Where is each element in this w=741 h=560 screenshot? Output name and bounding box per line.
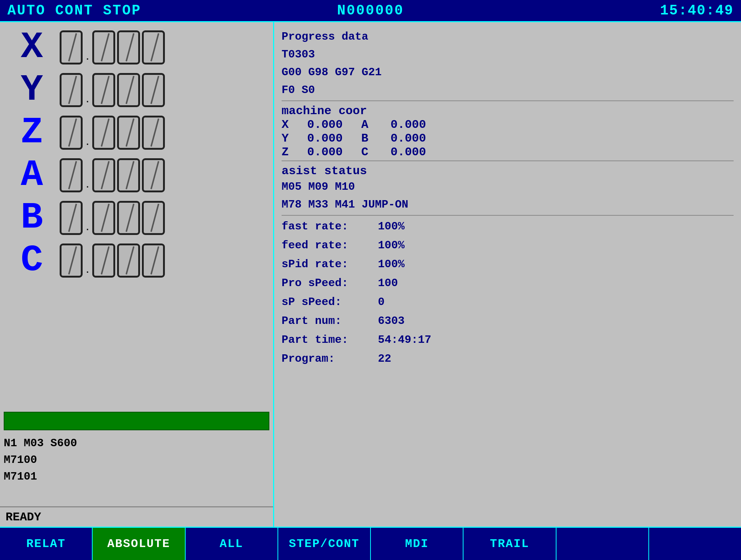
m-codes-1: M05 M09 M10 <box>282 178 734 196</box>
coord-row-x: X 0.000 A 0.000 <box>282 118 734 132</box>
tab-mdi[interactable]: MDI <box>371 528 463 560</box>
axis-row-x: X . <box>0 26 273 69</box>
asist-status-label: asist status <box>282 164 734 178</box>
divider-3 <box>282 215 734 216</box>
clock-display: 15:40:49 <box>660 3 734 19</box>
digit <box>60 201 83 235</box>
progress-bar <box>4 412 269 430</box>
gcode-line-1: N1 M03 S600 <box>4 435 269 452</box>
axis-row-b: B . <box>0 196 273 239</box>
right-panel: Progress data T0303 G00 G98 G97 G21 F0 S… <box>274 22 741 527</box>
coord-value-x: 0.000 <box>298 118 343 132</box>
digit <box>92 243 115 278</box>
spid-rate-label: sPid rate: <box>282 255 378 274</box>
digit <box>142 243 165 278</box>
pro-speed-row: Pro sPeed: 100 <box>282 274 734 293</box>
digit <box>117 73 140 107</box>
bottom-tab-bar: RELATABSOLUTEALLSTEP/CONTMDITRAIL <box>0 527 741 560</box>
left-panel: X . Y <box>0 22 274 527</box>
coord-value-b: 0.000 <box>382 132 426 145</box>
progress-data-title: Progress data <box>282 28 734 46</box>
tab-trail[interactable]: TRAIL <box>463 528 556 560</box>
digit <box>92 30 115 64</box>
axis-label-x: X <box>21 29 54 66</box>
axis-label-y: Y <box>21 72 54 109</box>
axis-display-x: . <box>60 30 165 64</box>
digit <box>92 116 115 150</box>
coord-label-x: X <box>282 118 298 132</box>
coord-value-c: 0.000 <box>382 145 426 159</box>
tab-all[interactable]: ALL <box>186 528 278 560</box>
ready-bar: READY <box>0 506 273 527</box>
spid-rate-row: sPid rate: 100% <box>282 255 734 274</box>
axis-label-z: Z <box>21 114 54 151</box>
main-area: X . Y <box>0 22 741 527</box>
axis-row-c: C . <box>0 239 273 282</box>
program-row: Program: 22 <box>282 349 734 368</box>
tab-relat[interactable]: RELAT <box>0 528 93 560</box>
sp-speed-value: 0 <box>378 293 385 312</box>
digit <box>142 158 165 192</box>
coord-row-y: Y 0.000 B 0.000 <box>282 132 734 145</box>
feed-rate-label: feed rate: <box>282 236 378 255</box>
part-time-row: Part time: 54:49:17 <box>282 331 734 349</box>
digit <box>60 30 83 64</box>
part-num-row: Part num: 6303 <box>282 312 734 331</box>
gcode-area: N1 M03 S600 M7100 M7101 <box>0 432 273 506</box>
digit <box>60 158 83 192</box>
digit <box>117 201 140 235</box>
axis-display-y: . <box>60 73 165 107</box>
axis-circle-x <box>4 41 17 54</box>
axis-label-b: B <box>21 199 54 236</box>
digit <box>92 73 115 107</box>
axis-circle-y <box>4 83 17 97</box>
coord-label-y: Y <box>282 132 298 145</box>
coord-value-a: 0.000 <box>382 118 426 132</box>
part-time-value: 54:49:17 <box>378 331 431 349</box>
axis-circle-z <box>4 126 17 139</box>
digit <box>142 73 165 107</box>
axis-area: X . Y <box>0 22 273 410</box>
digit <box>117 30 140 64</box>
coord-label-a: A <box>361 118 382 132</box>
mode-status: AUTO CONT STOP <box>7 3 141 19</box>
feed-rate-row: feed rate: 100% <box>282 236 734 255</box>
digit <box>92 158 115 192</box>
digit <box>117 116 140 150</box>
spid-rate-value: 100% <box>378 255 405 274</box>
digit <box>60 73 83 107</box>
axis-circle-a <box>4 169 17 182</box>
ready-status: READY <box>6 510 41 524</box>
axis-row-y: Y . <box>0 69 273 111</box>
divider-2 <box>282 160 734 161</box>
coord-row-z: Z 0.000 C 0.000 <box>282 145 734 159</box>
tab-step-cont[interactable]: STEP/CONT <box>278 528 371 560</box>
axis-label-c: C <box>21 242 54 279</box>
digit <box>117 158 140 192</box>
digit <box>142 116 165 150</box>
pro-speed-value: 100 <box>378 274 398 293</box>
tab-7[interactable] <box>649 528 741 560</box>
sp-speed-row: sP sPeed: 0 <box>282 293 734 312</box>
coord-label-z: Z <box>282 145 298 159</box>
axis-display-a: . <box>60 158 165 192</box>
axis-display-b: . <box>60 201 165 235</box>
axis-row-z: Z . <box>0 111 273 154</box>
digit <box>142 201 165 235</box>
m-codes-2: M78 M33 M41 JUMP-ON <box>282 196 734 213</box>
axis-label-a: A <box>21 157 54 194</box>
part-time-label: Part time: <box>282 331 378 349</box>
n-number: N000000 <box>337 3 404 19</box>
coord-label-c: C <box>361 145 382 159</box>
digit <box>60 243 83 278</box>
tab-absolute[interactable]: ABSOLUTE <box>93 528 185 560</box>
axis-display-c: . <box>60 243 165 278</box>
axis-display-z: . <box>60 116 165 150</box>
part-num-value: 6303 <box>378 312 405 331</box>
tab-6[interactable] <box>556 528 649 560</box>
gcode-line-2: M7100 <box>4 452 269 468</box>
axis-row-a: A . <box>0 154 273 196</box>
axis-circle-c <box>4 254 17 267</box>
top-bar: AUTO CONT STOP N000000 15:40:49 <box>0 0 741 22</box>
coord-value-z: 0.000 <box>298 145 343 159</box>
